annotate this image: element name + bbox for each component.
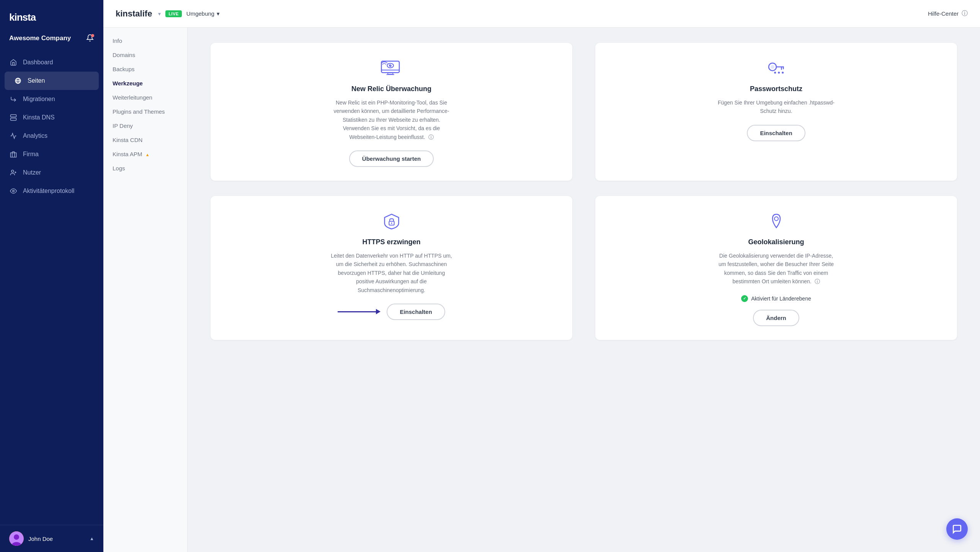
sidebar-item-dashboard[interactable]: Dashboard (0, 53, 103, 72)
sidebar-item-label: Migrationen (23, 96, 55, 103)
svg-point-22 (390, 64, 392, 65)
sidebar-item-nutzer[interactable]: Nutzer (0, 163, 103, 182)
sidebar-item-label: Analytics (23, 132, 47, 139)
sub-nav-item-plugins[interactable]: Plugins and Themes (103, 105, 187, 119)
migration-icon (9, 95, 18, 103)
sidebar-item-migrationen[interactable]: Migrationen (0, 90, 103, 108)
sidebar-item-aktivitaeten[interactable]: Aktivitätenprotokoll (0, 182, 103, 200)
svg-point-32 (391, 222, 392, 224)
sub-nav-item-kinsta-cdn[interactable]: Kinsta CDN (103, 133, 187, 147)
user-name: John Doe (28, 536, 53, 542)
new-relic-icon (378, 58, 405, 78)
help-circle-icon: ⓘ (962, 10, 968, 18)
sidebar-item-label: Kinsta DNS (23, 114, 55, 121)
svg-point-30 (782, 72, 784, 73)
tool-desc: Die Geolokalisierung verwendet die IP-Ad… (715, 252, 838, 286)
sub-nav-item-kinsta-apm[interactable]: Kinsta APM ▲ (103, 147, 187, 161)
sub-sidebar: Info Domains Backups Werkzeuge Weiterlei… (103, 28, 188, 552)
main-area: kinstalife ▾ LIVE Umgebung ▾ Hilfe-Cente… (103, 0, 980, 552)
svg-point-29 (778, 72, 780, 73)
tool-title: New Relic Überwachung (351, 85, 431, 93)
user-plus-icon (9, 168, 18, 177)
svg-rect-4 (11, 115, 16, 117)
chevron-up-icon: ▲ (90, 536, 94, 541)
site-name: kinstalife (116, 9, 152, 19)
https-button[interactable]: Einschalten (387, 304, 445, 320)
tool-desc: Fügen Sie Ihrer Umgebung einfachen .htpa… (715, 98, 838, 116)
building-icon (9, 150, 18, 158)
topbar-left: kinstalife ▾ LIVE Umgebung ▾ (116, 9, 220, 19)
svg-point-9 (11, 170, 14, 172)
svg-rect-8 (11, 153, 16, 157)
geo-info-icon: ⓘ (815, 278, 820, 284)
sub-nav-item-ip-deny[interactable]: IP Deny (103, 119, 187, 133)
sub-nav-item-werkzeuge[interactable]: Werkzeuge (103, 76, 187, 90)
globe-icon (14, 77, 22, 85)
svg-point-33 (774, 217, 778, 220)
sidebar-item-label: Firma (23, 151, 39, 158)
tools-content: New Relic Überwachung New Relic ist ein … (188, 28, 980, 552)
info-icon: ⓘ (428, 134, 434, 140)
tool-title: HTTPS erzwingen (362, 238, 420, 246)
svg-rect-16 (381, 61, 399, 73)
arrow-line-h (338, 311, 376, 312)
svg-text:kinsta: kinsta (9, 11, 36, 22)
https-icon (378, 211, 405, 231)
tool-desc: Leitet den Datenverkehr von HTTP auf HTT… (330, 252, 453, 294)
sub-nav-item-backups[interactable]: Backups (103, 62, 187, 76)
sidebar-item-label: Nutzer (23, 169, 41, 176)
notification-dot (91, 34, 94, 37)
new-relic-button[interactable]: Überwachung starten (349, 150, 434, 167)
tools-grid: New Relic Überwachung New Relic ist ein … (211, 43, 957, 340)
tool-card-passwortschutz: Passwortschutz Fügen Sie Ihrer Umgebung … (595, 43, 957, 181)
geo-icon (763, 211, 790, 231)
svg-point-24 (771, 65, 774, 69)
analytics-icon (9, 132, 18, 140)
company-row: Awesome Company (0, 31, 103, 50)
help-label: Hilfe-Center (928, 10, 959, 17)
env-selector[interactable]: Umgebung ▾ (186, 10, 220, 17)
sidebar-item-seiten[interactable]: Seiten (5, 72, 99, 90)
svg-point-14 (14, 534, 19, 540)
svg-point-12 (13, 190, 15, 192)
passwort-button[interactable]: Einschalten (747, 125, 805, 141)
arrow-head-icon (376, 309, 381, 314)
env-label: Umgebung (186, 10, 214, 17)
content-area: Info Domains Backups Werkzeuge Weiterlei… (103, 28, 980, 552)
notification-bell[interactable] (86, 34, 94, 42)
logo-area: kinsta (0, 0, 103, 31)
tool-title: Passwortschutz (750, 85, 802, 93)
activity-icon (9, 187, 18, 195)
env-chevron-icon: ▾ (217, 10, 220, 17)
sidebar-item-label: Seiten (28, 77, 45, 84)
chat-button[interactable] (946, 518, 968, 540)
sub-nav-item-info[interactable]: Info (103, 34, 187, 48)
passwort-icon (763, 58, 790, 78)
user-row: John Doe (9, 531, 53, 546)
https-arrow (338, 309, 381, 314)
sub-nav-item-logs[interactable]: Logs (103, 161, 187, 175)
tool-card-new-relic: New Relic Überwachung New Relic ist ein … (211, 43, 572, 181)
geo-button[interactable]: Ändern (753, 310, 799, 326)
avatar (9, 531, 24, 546)
tool-card-https: HTTPS erzwingen Leitet den Datenverkehr … (211, 196, 572, 340)
tool-card-geolokalisierung: Geolokalisierung Die Geolokalisierung ve… (595, 196, 957, 340)
status-text: Aktiviert für Länderebene (751, 296, 811, 302)
sub-nav-item-domains[interactable]: Domains (103, 48, 187, 62)
sidebar-footer: John Doe ▲ (0, 525, 103, 552)
sub-nav-item-weiterleitungen[interactable]: Weiterleitungen (103, 90, 187, 105)
status-dot-icon (741, 295, 748, 302)
svg-point-28 (774, 72, 776, 73)
sidebar-item-analytics[interactable]: Analytics (0, 127, 103, 145)
svg-rect-18 (388, 73, 393, 74)
tool-desc: New Relic ist ein PHP-Monitoring-Tool, d… (330, 98, 453, 141)
sidebar-item-label: Aktivitätenprotokoll (23, 188, 74, 194)
sidebar-item-firma[interactable]: Firma (0, 145, 103, 163)
sidebar-item-kinsta-dns[interactable]: Kinsta DNS (0, 108, 103, 127)
sidebar-item-label: Dashboard (23, 59, 53, 66)
site-chevron-icon[interactable]: ▾ (158, 11, 161, 17)
main-nav: Dashboard Seiten Migrationen (0, 50, 103, 525)
topbar-right[interactable]: Hilfe-Center ⓘ (928, 10, 968, 18)
company-name: Awesome Company (9, 34, 71, 42)
home-icon (9, 58, 18, 67)
